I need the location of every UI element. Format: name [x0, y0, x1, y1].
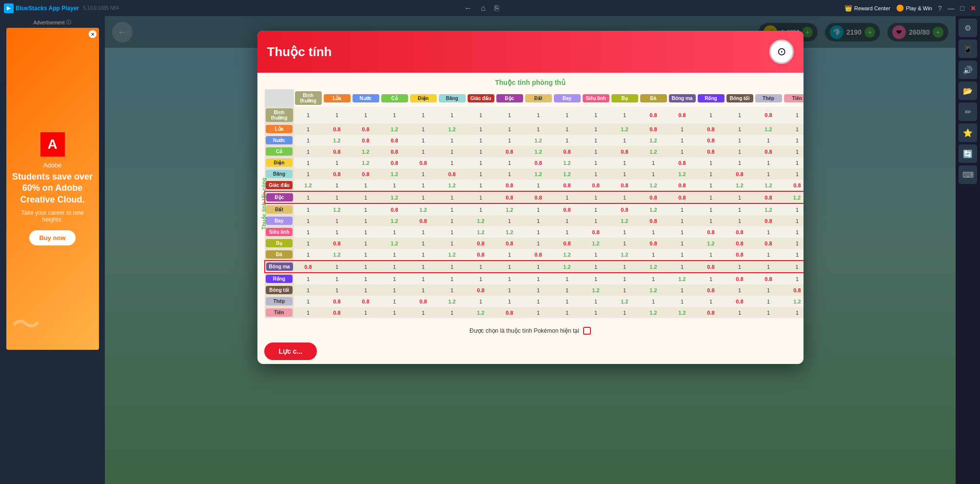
cell-14-9: 1 [553, 273, 582, 284]
cell-11-0: 1 [294, 238, 323, 249]
cell-12-17: 1 [783, 249, 804, 261]
cell-6-15: 1.2 [725, 180, 754, 191]
cell-17-16: 1 [754, 307, 783, 318]
col-header-Tiên: Tiên [784, 94, 804, 102]
table-body: Bình thường1111111111110.80.8110.81Lửa10… [265, 107, 804, 318]
bluestacks-icon: ▶ [4, 3, 14, 13]
minimize-button[interactable]: — [948, 4, 955, 12]
cell-16-5: 1.2 [438, 296, 467, 307]
cell-14-13: 1.2 [668, 273, 697, 284]
cell-9-8: 1 [524, 215, 553, 226]
close-button[interactable]: ✕ [970, 4, 976, 12]
cell-1-1: 0.8 [323, 123, 352, 135]
cell-7-7: 0.8 [495, 191, 524, 203]
cell-15-13: 1 [668, 284, 697, 296]
sidebar-icon-8[interactable]: ⌨ [959, 165, 977, 184]
row-header-Độc: Độc [266, 193, 293, 202]
cell-10-12: 1 [639, 226, 668, 238]
table-row: Nước11.20.80.811111.21111.210.8111 [265, 135, 804, 146]
adobe-brand: Adobe [11, 161, 94, 169]
cell-2-8: 1.2 [524, 135, 553, 146]
cell-5-16: 1 [754, 168, 783, 180]
cell-7-17: 1.2 [783, 191, 804, 203]
refresh-nav-button[interactable]: ⎘ [492, 3, 501, 14]
table-row: Đất11.210.81.2111.210.810.81.21111.21 [265, 203, 804, 215]
cell-16-16: 1 [754, 296, 783, 307]
play-win[interactable]: 🟠 Play & Win [896, 4, 932, 12]
cell-5-14: 1 [697, 168, 725, 180]
home-nav-button[interactable]: ⌂ [479, 3, 488, 14]
cell-2-14: 0.8 [697, 135, 725, 146]
table-row: Điện111.20.80.81110.81.21110.81111 [265, 157, 804, 168]
sidebar-icon-7[interactable]: 🔄 [959, 144, 977, 163]
cell-1-16: 1.2 [754, 123, 783, 135]
cell-4-11: 1 [610, 157, 639, 168]
cell-17-2: 1 [352, 307, 380, 318]
cell-9-1: 1 [323, 215, 352, 226]
cell-17-4: 1 [409, 307, 438, 318]
cell-16-15: 0.8 [725, 296, 754, 307]
cell-8-1: 1.2 [323, 203, 352, 215]
help-button[interactable]: ? [938, 4, 942, 12]
cell-6-8: 1 [524, 180, 553, 191]
cell-8-16: 1.2 [754, 203, 783, 215]
cell-6-9: 0.8 [553, 180, 582, 191]
top-bar-nav: ← ⌂ ⎘ [462, 3, 501, 14]
cell-0-0: 1 [294, 107, 323, 123]
sidebar-icon-1[interactable]: ⚙ [959, 19, 977, 37]
reward-center[interactable]: 👑 Reward Center [844, 4, 890, 12]
sidebar-icon-2[interactable]: 📱 [959, 40, 977, 58]
sidebar-icon-4[interactable]: 📂 [959, 81, 977, 100]
cell-12-9: 1.2 [553, 249, 582, 261]
cell-7-16: 0.8 [754, 191, 783, 203]
cell-14-1: 1 [323, 273, 352, 284]
cell-16-2: 0.8 [352, 296, 380, 307]
cell-9-11: 1.2 [610, 215, 639, 226]
cell-1-3: 1.2 [380, 123, 409, 135]
table-row: Bình thường1111111111110.80.8110.81 [265, 107, 804, 123]
cell-11-8: 1 [524, 238, 553, 249]
cell-0-13: 0.8 [668, 107, 697, 123]
restore-button[interactable]: □ [960, 4, 964, 12]
luc-chon-button[interactable]: Lực c... [264, 343, 317, 360]
cell-15-16: 1 [754, 284, 783, 296]
cell-3-12: 1.2 [639, 146, 668, 157]
cell-10-8: 1 [524, 226, 553, 238]
sidebar-icon-6[interactable]: ⭐ [959, 123, 977, 142]
top-bar-left: ▶ BlueStacks App Player 5.10.0.1085 N64 [4, 3, 119, 13]
cell-4-4: 0.8 [409, 157, 438, 168]
row-header-Điện: Điện [266, 159, 293, 167]
sidebar-icon-3[interactable]: 🔊 [959, 60, 977, 79]
cell-5-4: 1 [409, 168, 438, 180]
pokeball-button[interactable]: ⊙ [769, 40, 794, 64]
cell-11-7: 0.8 [495, 238, 524, 249]
cell-0-7: 1 [495, 107, 524, 123]
cell-5-11: 1 [610, 168, 639, 180]
cell-2-5: 1 [438, 135, 467, 146]
cell-10-15: 0.8 [725, 226, 754, 238]
cell-1-15: 1 [725, 123, 754, 135]
ad-label: Advertisement ⓘ [34, 16, 72, 28]
cell-3-16: 0.8 [754, 146, 783, 157]
cell-5-1: 0.8 [323, 168, 352, 180]
cell-0-2: 1 [352, 107, 380, 123]
cell-17-11: 1 [610, 307, 639, 318]
cell-7-15: 1 [725, 191, 754, 203]
cell-4-9: 1.2 [553, 157, 582, 168]
ad-close-button[interactable]: ✕ [89, 30, 97, 38]
cell-8-9: 0.8 [553, 203, 582, 215]
cell-11-11: 1 [610, 238, 639, 249]
ad-cta-button[interactable]: Buy now [29, 230, 75, 245]
cell-2-11: 1 [610, 135, 639, 146]
sidebar-icon-5[interactable]: ✏ [959, 102, 977, 121]
cell-5-0: 1 [294, 168, 323, 180]
table-row: Siêu linh1111111.21.2110.81110.80.811 [265, 226, 804, 238]
cell-3-13: 1 [668, 146, 697, 157]
cell-0-17: 1 [783, 107, 804, 123]
current-type-checkbox[interactable] [583, 327, 591, 335]
back-nav-button[interactable]: ← [462, 3, 474, 14]
cell-14-14: 1 [697, 273, 725, 284]
cell-3-5: 1 [438, 146, 467, 157]
cell-2-7: 1 [495, 135, 524, 146]
cell-10-2: 1 [352, 226, 380, 238]
